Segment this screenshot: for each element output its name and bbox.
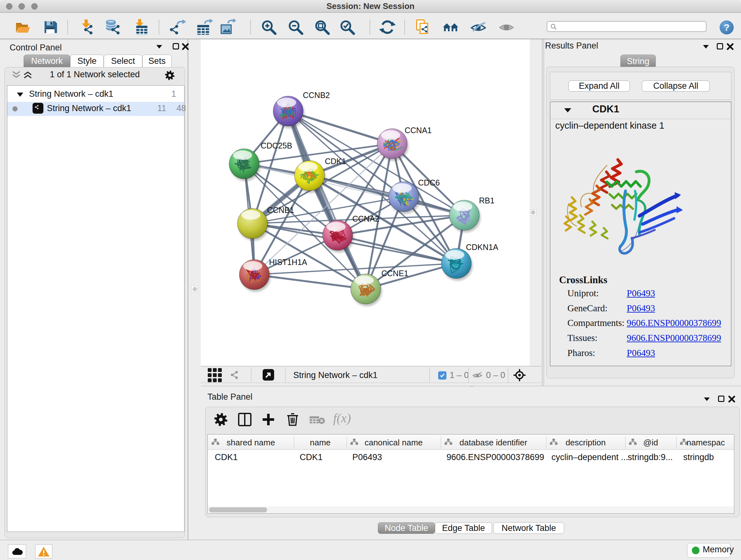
svg-text:CCNE1: CCNE1 <box>381 269 408 278</box>
svg-text:CDK1: CDK1 <box>325 157 346 166</box>
svg-text:CDC6: CDC6 <box>418 178 440 187</box>
svg-text:CDKN1A: CDKN1A <box>466 243 498 252</box>
svg-text:CCNA2: CCNA2 <box>352 214 380 223</box>
svg-text:HIST1H1A: HIST1H1A <box>269 258 307 266</box>
svg-text:CCNA1: CCNA1 <box>405 126 432 135</box>
svg-text:CDC25B: CDC25B <box>261 141 292 150</box>
svg-text:CCNB2: CCNB2 <box>303 91 330 100</box>
svg-text:CCNB1: CCNB1 <box>267 206 294 214</box>
svg-text:RB1: RB1 <box>479 196 495 205</box>
